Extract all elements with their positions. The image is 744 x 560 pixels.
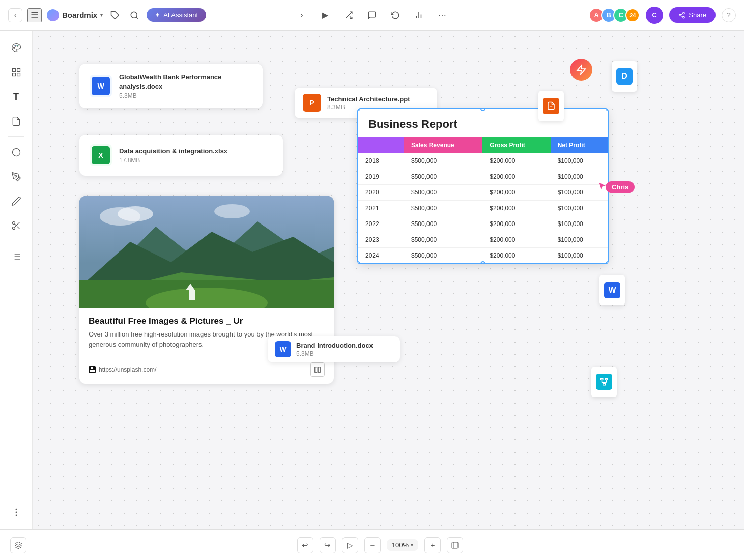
brand-caret-icon: ▾ bbox=[100, 12, 103, 18]
svg-line-11 bbox=[681, 15, 683, 16]
sidebar-separator-2 bbox=[8, 241, 24, 241]
cell-year: 2019 bbox=[358, 169, 404, 185]
undo-button[interactable]: ↩ bbox=[297, 537, 313, 553]
col-header-gross: Gross Profit bbox=[482, 137, 550, 153]
globalwealth-info: GlobalWealth Bank Performance analysis.d… bbox=[119, 73, 252, 99]
current-user-avatar[interactable]: C bbox=[646, 7, 663, 24]
zoom-out-button[interactable]: − bbox=[364, 537, 381, 553]
canvas[interactable]: W GlobalWealth Bank Performance analysis… bbox=[33, 31, 744, 529]
pdf-icon bbox=[543, 98, 559, 114]
sidebar-item-scissors[interactable] bbox=[5, 214, 27, 237]
cell-sales: $500,000 bbox=[404, 248, 482, 264]
view-toggle-button[interactable] bbox=[310, 362, 325, 377]
zoom-in-button[interactable]: + bbox=[424, 537, 441, 553]
svg-rect-16 bbox=[12, 69, 15, 72]
floating-doc-blue: D bbox=[612, 61, 637, 92]
col-header-net: Net Profit bbox=[551, 137, 608, 153]
sidebar-item-list[interactable] bbox=[5, 245, 27, 268]
cell-net: $100,000 bbox=[551, 153, 608, 169]
svg-rect-45 bbox=[189, 290, 195, 300]
table-row: 2022 $500,000 $200,000 $100,000 bbox=[358, 216, 608, 232]
svg-point-20 bbox=[12, 149, 20, 156]
chart-icon[interactable] bbox=[412, 8, 426, 22]
chris-label: Chris bbox=[606, 181, 635, 193]
tech-arch-info: Technical Architecture.ppt 8.3MB bbox=[327, 95, 410, 111]
svg-rect-17 bbox=[17, 69, 20, 72]
redo-icon: ↪ bbox=[324, 541, 331, 550]
more-tools-icon[interactable]: ⋯ bbox=[435, 8, 449, 22]
pointer-button[interactable]: ▷ bbox=[342, 537, 358, 553]
undo-icon: ↩ bbox=[302, 541, 308, 550]
sidebar-item-more[interactable] bbox=[5, 501, 27, 523]
data-acquisition-size: 17.8MB bbox=[119, 157, 227, 164]
svg-rect-61 bbox=[452, 542, 458, 548]
share-button[interactable]: Share bbox=[669, 7, 716, 23]
svg-point-33 bbox=[16, 509, 17, 510]
floating-doc-word-br: W bbox=[599, 275, 625, 305]
hamburger-icon: ☰ bbox=[31, 10, 39, 21]
svg-marker-60 bbox=[15, 542, 21, 545]
business-report-container[interactable]: Business Report Sales Revenue Gross Prof… bbox=[358, 109, 608, 263]
svg-rect-54 bbox=[603, 384, 606, 385]
brand-intro-size: 5.3MB bbox=[296, 350, 373, 357]
sidebar-item-text[interactable]: T bbox=[5, 86, 27, 108]
svg-point-1 bbox=[131, 12, 137, 18]
table-row: 2019 $500,000 $200,000 $100,000 bbox=[358, 169, 608, 185]
back-icon: ‹ bbox=[14, 11, 17, 19]
sidebar-item-frames[interactable] bbox=[5, 61, 27, 83]
forward-icon[interactable]: › bbox=[295, 8, 309, 22]
ai-icon: ✦ bbox=[155, 11, 160, 19]
zoom-in-icon: + bbox=[431, 541, 435, 549]
doc-blue-icon: D bbox=[616, 68, 633, 85]
zoom-out-icon: − bbox=[370, 541, 375, 549]
brand-logo[interactable]: Boardmix ▾ bbox=[47, 9, 103, 21]
svg-point-22 bbox=[12, 222, 15, 225]
back-button[interactable]: ‹ bbox=[8, 8, 22, 22]
cell-net: $100,000 bbox=[551, 216, 608, 232]
svg-point-43 bbox=[118, 206, 153, 221]
ppt-file-icon: P bbox=[303, 94, 321, 112]
svg-marker-59 bbox=[577, 65, 586, 74]
cell-gross: $200,000 bbox=[482, 232, 550, 248]
svg-rect-53 bbox=[605, 378, 608, 380]
unsplash-link[interactable]: https://unsplash.com/ bbox=[89, 366, 156, 373]
sidebar-item-color[interactable] bbox=[5, 37, 27, 59]
floating-doc-pdf bbox=[538, 91, 564, 121]
history-icon[interactable] bbox=[388, 8, 403, 22]
unsplash-logo-icon bbox=[89, 366, 96, 373]
svg-point-23 bbox=[12, 227, 15, 230]
search-button[interactable] bbox=[127, 8, 141, 22]
shuffle-icon[interactable] bbox=[341, 8, 356, 22]
sidebar-item-shapes[interactable] bbox=[5, 141, 27, 163]
svg-point-9 bbox=[679, 14, 681, 16]
cell-gross: $200,000 bbox=[482, 201, 550, 216]
zoom-level: 100% bbox=[392, 541, 409, 549]
svg-rect-50 bbox=[318, 367, 320, 373]
panel-button[interactable] bbox=[447, 537, 463, 553]
help-button[interactable]: ? bbox=[722, 8, 736, 22]
image-title: Beautiful Free Images & Pictures _ Ur bbox=[89, 316, 325, 326]
zoom-control[interactable]: 100% ▾ bbox=[387, 539, 418, 551]
sidebar-item-pen[interactable] bbox=[5, 165, 27, 188]
brand-name: Boardmix bbox=[62, 11, 97, 19]
col-header-sales: Sales Revenue bbox=[404, 137, 482, 153]
svg-rect-19 bbox=[17, 73, 20, 76]
comment-icon[interactable] bbox=[365, 8, 379, 22]
redo-button[interactable]: ↪ bbox=[320, 537, 336, 553]
brand-icon bbox=[47, 9, 59, 21]
sidebar-item-sticky[interactable] bbox=[5, 110, 27, 132]
data-acquisition-card: X Data acquisition & integration.xlsx 17… bbox=[79, 135, 283, 176]
play-icon[interactable]: ▶ bbox=[318, 8, 332, 22]
svg-rect-18 bbox=[12, 73, 15, 76]
handle-bm[interactable] bbox=[480, 261, 485, 263]
menu-button[interactable]: ☰ bbox=[27, 8, 42, 22]
ai-label: AI Assistant bbox=[163, 11, 198, 19]
bottom-left bbox=[10, 537, 26, 553]
layers-button[interactable] bbox=[10, 537, 26, 553]
sidebar-item-pencil[interactable] bbox=[5, 190, 27, 212]
table-row: 2021 $500,000 $200,000 $100,000 bbox=[358, 201, 608, 216]
sidebar-separator-1 bbox=[8, 136, 24, 137]
tag-button[interactable] bbox=[108, 8, 122, 22]
ai-assistant-button[interactable]: ✦ AI Assistant bbox=[147, 8, 206, 22]
handle-br[interactable] bbox=[606, 261, 608, 263]
